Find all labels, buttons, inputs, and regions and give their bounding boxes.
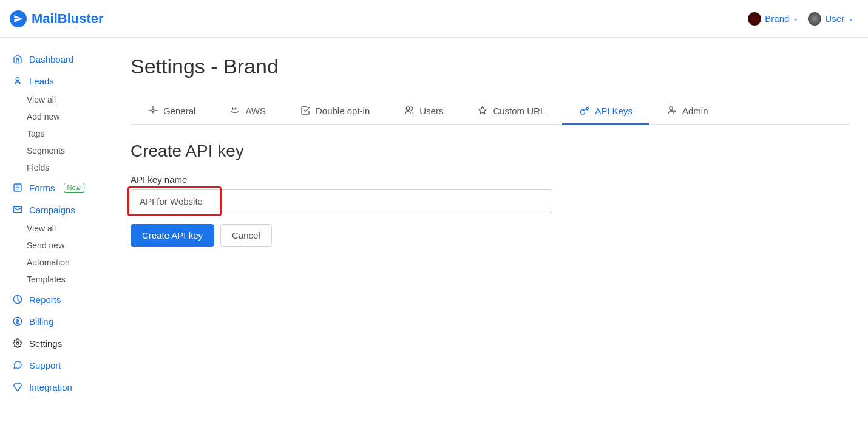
header-right: Brand ⌄ User ⌄ — [748, 12, 853, 26]
tab-label: AWS — [245, 106, 266, 116]
svg-point-12 — [674, 111, 676, 112]
sidebar-subitem-fields[interactable]: Fields — [27, 159, 112, 176]
sidebar-item-label: Billing — [29, 316, 53, 327]
sidebar: Dashboard Leads View all Add new Tags Se… — [0, 38, 112, 430]
sidebar-subitem-viewall[interactable]: View all — [27, 220, 112, 237]
sidebar-item-label: Forms — [29, 183, 55, 193]
tab-label: Admin — [682, 106, 708, 116]
leads-subitems: View all Add new Tags Segments Fields — [10, 91, 112, 176]
tab-label: General — [163, 106, 195, 116]
diamond-icon — [12, 381, 23, 392]
sidebar-item-settings[interactable]: Settings — [10, 333, 112, 353]
form-icon — [12, 182, 23, 193]
sidebar-item-reports[interactable]: Reports — [10, 289, 112, 310]
sidebar-subitem-segments[interactable]: Segments — [27, 142, 112, 159]
svg-point-10 — [407, 107, 410, 110]
chevron-down-icon: ⌄ — [793, 15, 798, 22]
tab-custom-url[interactable]: Custom URL — [460, 98, 562, 125]
sidebar-subitem-templates[interactable]: Templates — [27, 271, 112, 288]
sidebar-item-label: Integration — [29, 382, 72, 392]
tab-label: Users — [419, 106, 443, 116]
tab-double-opt-in[interactable]: Double opt-in — [283, 98, 387, 125]
gear-icon — [12, 338, 23, 349]
tab-users[interactable]: Users — [387, 98, 460, 125]
svg-point-0 — [16, 78, 19, 81]
header: MailBluster Brand ⌄ User ⌄ — [0, 0, 868, 38]
sidebar-item-billing[interactable]: Billing — [10, 311, 112, 332]
key-icon — [579, 105, 590, 116]
user-label: User — [825, 13, 844, 24]
sidebar-subitem-automation[interactable]: Automation — [27, 254, 112, 271]
brand-label: Brand — [765, 13, 789, 24]
dollar-icon — [12, 316, 23, 327]
tab-label: Custom URL — [493, 106, 545, 116]
logo[interactable]: MailBluster — [10, 10, 104, 27]
tab-aws[interactable]: AWS — [212, 98, 283, 125]
sidebar-subitem-addnew[interactable]: Add new — [27, 108, 112, 125]
sidebar-item-label: Dashboard — [29, 54, 73, 64]
gear-icon — [147, 105, 158, 116]
sidebar-subitem-sendnew[interactable]: Send new — [27, 237, 112, 254]
sidebar-item-label: Reports — [29, 295, 61, 305]
svg-point-11 — [670, 107, 673, 110]
user-dropdown[interactable]: User ⌄ — [808, 12, 853, 26]
brand-dropdown[interactable]: Brand ⌄ — [748, 12, 798, 26]
sidebar-item-forms[interactable]: Forms New — [10, 177, 112, 198]
sidebar-item-dashboard[interactable]: Dashboard — [10, 49, 112, 69]
sidebar-item-label: Support — [29, 360, 61, 370]
sidebar-item-label: Campaigns — [29, 205, 75, 215]
tab-general[interactable]: General — [131, 98, 212, 125]
brand-avatar — [748, 12, 761, 26]
chat-icon — [12, 360, 23, 370]
sidebar-item-campaigns[interactable]: Campaigns — [10, 199, 112, 220]
chart-icon — [12, 294, 23, 305]
tab-api-keys[interactable]: API Keys — [562, 98, 649, 125]
section-title: Create API key — [131, 142, 850, 161]
button-row: Create API key Cancel — [131, 224, 850, 247]
sidebar-item-integration[interactable]: Integration — [10, 377, 112, 397]
logo-icon — [10, 10, 27, 27]
link-icon — [477, 105, 488, 116]
svg-point-8 — [16, 342, 19, 344]
sidebar-item-label: Settings — [29, 338, 62, 349]
sidebar-item-label: Leads — [29, 76, 54, 86]
page-title: Settings - Brand — [131, 55, 850, 78]
user-icon — [12, 75, 23, 86]
sidebar-item-support[interactable]: Support — [10, 355, 112, 375]
campaigns-subitems: View all Send new Automation Templates — [10, 220, 112, 288]
sidebar-item-leads[interactable]: Leads — [10, 70, 112, 91]
create-api-key-button[interactable]: Create API key — [131, 224, 214, 247]
sidebar-subitem-viewall[interactable]: View all — [27, 91, 112, 108]
users-icon — [404, 105, 415, 116]
logo-text: MailBluster — [32, 11, 104, 27]
tab-label: Double opt-in — [316, 106, 370, 116]
sidebar-subitem-tags[interactable]: Tags — [27, 125, 112, 142]
aws-icon — [229, 105, 240, 116]
tab-label: API Keys — [595, 106, 632, 116]
check-icon — [300, 105, 311, 116]
chevron-down-icon: ⌄ — [848, 15, 853, 22]
home-icon — [12, 53, 23, 64]
admin-icon — [666, 105, 677, 116]
tab-admin[interactable]: Admin — [649, 98, 725, 125]
form-label: API key name — [131, 174, 850, 185]
envelope-icon — [12, 204, 23, 215]
input-wrap — [131, 189, 552, 213]
new-badge: New — [64, 183, 84, 193]
tabs: General AWS Double opt-in Users — [131, 98, 850, 125]
user-avatar — [808, 12, 821, 26]
api-key-name-input[interactable] — [131, 189, 552, 213]
main-content: Settings - Brand General AWS Double opt-… — [112, 38, 868, 430]
cancel-button[interactable]: Cancel — [220, 224, 272, 247]
